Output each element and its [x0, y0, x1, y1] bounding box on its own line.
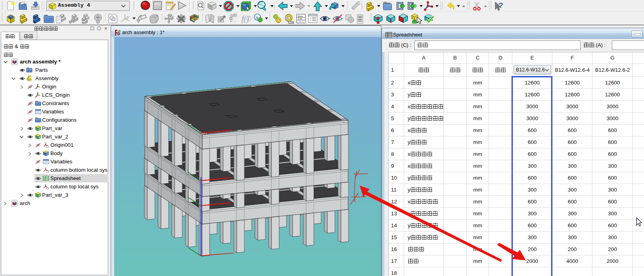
svg-text:f(): f() [242, 14, 249, 23]
svg-text:?: ? [498, 1, 503, 10]
